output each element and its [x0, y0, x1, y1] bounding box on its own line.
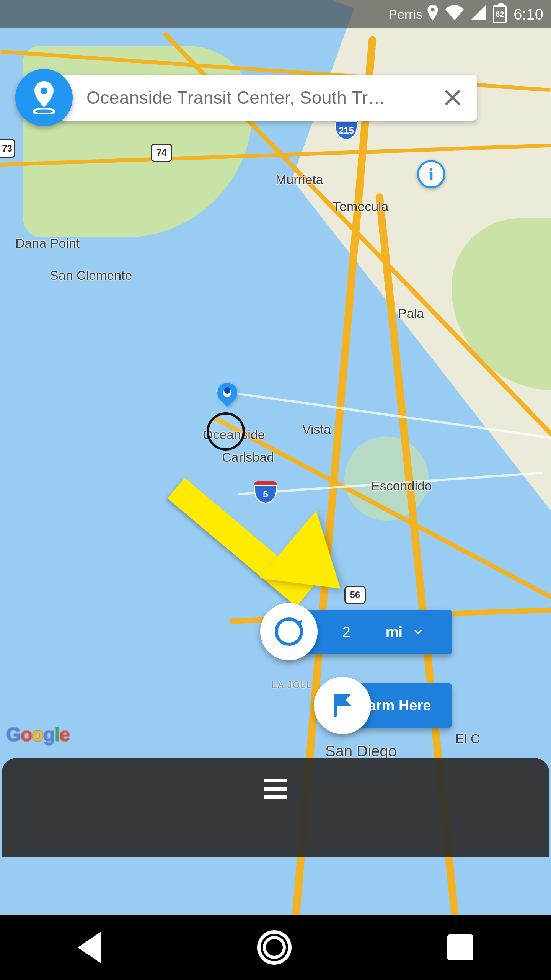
svg-rect-1	[334, 694, 337, 717]
battery-icon: 82	[493, 5, 507, 23]
bottom-sheet-handle[interactable]	[2, 758, 549, 858]
pin-drop-icon	[31, 81, 57, 114]
city-label: El C	[455, 731, 480, 746]
info-button[interactable]: i	[417, 160, 445, 188]
menu-icon	[264, 779, 287, 799]
chevron-down-icon[interactable]	[413, 624, 424, 640]
nav-home-button[interactable]	[257, 930, 292, 965]
city-label: San Clemente	[50, 268, 132, 283]
alarm-here-fab[interactable]	[314, 677, 371, 734]
clear-search-button[interactable]	[439, 84, 466, 111]
radius-unit[interactable]: mi	[377, 624, 411, 640]
status-bar: Perris 82 6:10	[0, 0, 551, 28]
shield-sr73: 73	[0, 139, 15, 158]
radius-fab[interactable]	[260, 603, 318, 660]
city-label: Murrieta	[276, 172, 323, 187]
svg-point-0	[34, 109, 54, 114]
city-label: LA JOLL	[272, 679, 312, 690]
city-label: Pala	[398, 306, 424, 321]
city-label: Carlsbad	[222, 450, 274, 465]
search-card[interactable]: Oceanside Transit Center, South Tr…	[60, 75, 477, 121]
nav-recent-button[interactable]	[447, 934, 473, 960]
shield-sr56: 56	[344, 586, 366, 604]
city-label: Temecula	[333, 199, 389, 214]
flag-icon	[328, 691, 357, 720]
close-icon	[443, 88, 462, 107]
info-icon: i	[429, 164, 434, 185]
nav-back-button[interactable]	[78, 931, 101, 964]
shield-sr74: 74	[151, 144, 172, 162]
system-nav-bar	[0, 915, 551, 980]
statusbar-clock: 6:10	[514, 6, 543, 23]
radius-value[interactable]: 2	[325, 624, 367, 640]
statusbar-location: Perris	[388, 7, 422, 22]
search-text: Oceanside Transit Center, South Tr…	[86, 87, 439, 108]
city-label: Vista	[302, 422, 331, 437]
cell-signal-icon	[471, 5, 486, 24]
wifi-icon	[445, 5, 464, 24]
alarm-radius-ring	[207, 412, 245, 451]
city-label: Dana Point	[15, 236, 80, 251]
city-label: Escondido	[371, 479, 432, 493]
location-icon	[427, 5, 439, 24]
city-label: San Diego	[325, 743, 397, 760]
compass-icon	[275, 617, 303, 646]
location-fab[interactable]	[15, 69, 73, 126]
map-attribution: Google	[6, 724, 70, 746]
